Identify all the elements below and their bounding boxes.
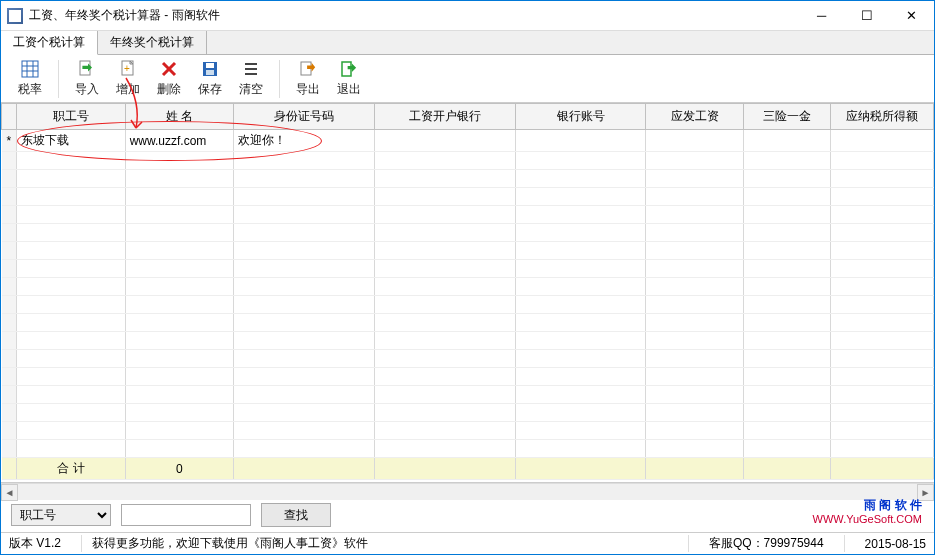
exit-button[interactable]: 退出 (330, 57, 368, 101)
filter-field-select[interactable]: 职工号 (11, 504, 111, 526)
delete-icon (159, 59, 179, 79)
status-date: 2015-08-15 (855, 537, 926, 551)
cell[interactable] (830, 130, 933, 152)
column-header[interactable]: 应纳税所得额 (830, 104, 933, 130)
tab-salary-tax[interactable]: 工资个税计算 (1, 31, 98, 55)
search-button[interactable]: 查找 (261, 503, 331, 527)
column-header[interactable]: 工资开户银行 (375, 104, 516, 130)
cell[interactable] (646, 130, 744, 152)
cell[interactable]: www.uzzf.com (125, 130, 233, 152)
row-marker: * (2, 130, 17, 152)
summary-row: 合 计0 (2, 458, 934, 480)
table-row[interactable] (2, 206, 934, 224)
grid-icon (20, 59, 40, 79)
cell[interactable] (744, 130, 831, 152)
delete-button[interactable]: 删除 (150, 57, 188, 101)
column-header[interactable]: 三险一金 (744, 104, 831, 130)
svg-rect-11 (206, 63, 214, 68)
import-button[interactable]: 导入 (68, 57, 106, 101)
data-grid[interactable]: 职工号姓 名身份证号码工资开户银行银行账号应发工资三险一金应纳税所得额*东坡下载… (1, 103, 934, 483)
table-row[interactable] (2, 170, 934, 188)
table-row[interactable] (2, 224, 934, 242)
status-qq: 客服QQ：799975944 (699, 535, 845, 552)
table-row[interactable] (2, 278, 934, 296)
table-row[interactable] (2, 242, 934, 260)
column-header[interactable]: 身份证号码 (234, 104, 375, 130)
table-row[interactable] (2, 368, 934, 386)
minimize-button[interactable]: ─ (799, 1, 844, 30)
table-row[interactable] (2, 404, 934, 422)
table-row[interactable] (2, 188, 934, 206)
table-row[interactable] (2, 386, 934, 404)
tab-bar: 工资个税计算 年终奖个税计算 (1, 31, 934, 55)
window-title: 工资、年终奖个税计算器 - 雨阁软件 (29, 7, 799, 24)
export-button[interactable]: 导出 (289, 57, 327, 101)
close-button[interactable]: ✕ (889, 1, 934, 30)
clear-button[interactable]: 清空 (232, 57, 270, 101)
column-header[interactable]: 银行账号 (516, 104, 646, 130)
horizontal-scrollbar[interactable]: ◄ ► (1, 483, 934, 500)
save-button[interactable]: 保存 (191, 57, 229, 101)
save-icon (200, 59, 220, 79)
rate-button[interactable]: 税率 (11, 57, 49, 101)
app-icon (7, 8, 23, 24)
tab-bonus-tax[interactable]: 年终奖个税计算 (98, 31, 207, 54)
cell[interactable]: 东坡下载 (17, 130, 125, 152)
table-row[interactable]: *东坡下载www.uzzf.com欢迎你！ (2, 130, 934, 152)
cell[interactable] (375, 130, 516, 152)
row-header-corner (2, 104, 17, 130)
title-bar: 工资、年终奖个税计算器 - 雨阁软件 ─ ☐ ✕ (1, 1, 934, 31)
filter-value-input[interactable] (121, 504, 251, 526)
toolbar: 税率 导入 + 增加 删除 保存 清空 导出 退出 (1, 55, 934, 103)
table-row[interactable] (2, 152, 934, 170)
cell[interactable] (516, 130, 646, 152)
export-icon (298, 59, 318, 79)
table-row[interactable] (2, 350, 934, 368)
add-button[interactable]: + 增加 (109, 57, 147, 101)
maximize-button[interactable]: ☐ (844, 1, 889, 30)
status-message: 获得更多功能，欢迎下载使用《雨阁人事工资》软件 (92, 535, 689, 552)
table-row[interactable] (2, 422, 934, 440)
clear-icon (241, 59, 261, 79)
scroll-left-button[interactable]: ◄ (1, 484, 18, 501)
status-version: 版本 V1.2 (9, 535, 82, 552)
column-header[interactable]: 姓 名 (125, 104, 233, 130)
table-row[interactable] (2, 332, 934, 350)
svg-rect-12 (206, 70, 214, 75)
svg-text:+: + (124, 63, 130, 74)
status-bar: 版本 V1.2 获得更多功能，欢迎下载使用《雨阁人事工资》软件 客服QQ：799… (1, 532, 934, 554)
import-icon (77, 59, 97, 79)
svg-rect-0 (22, 61, 38, 77)
table-row[interactable] (2, 260, 934, 278)
exit-icon (339, 59, 359, 79)
table-row[interactable] (2, 440, 934, 458)
filter-bar: 职工号 查找 (1, 500, 934, 530)
table-row[interactable] (2, 314, 934, 332)
column-header[interactable]: 应发工资 (646, 104, 744, 130)
brand-label: 雨 阁 软 件 WWW.YuGeSoft.COM (813, 498, 922, 526)
table-row[interactable] (2, 296, 934, 314)
column-header[interactable]: 职工号 (17, 104, 125, 130)
cell[interactable]: 欢迎你！ (234, 130, 375, 152)
add-page-icon: + (118, 59, 138, 79)
